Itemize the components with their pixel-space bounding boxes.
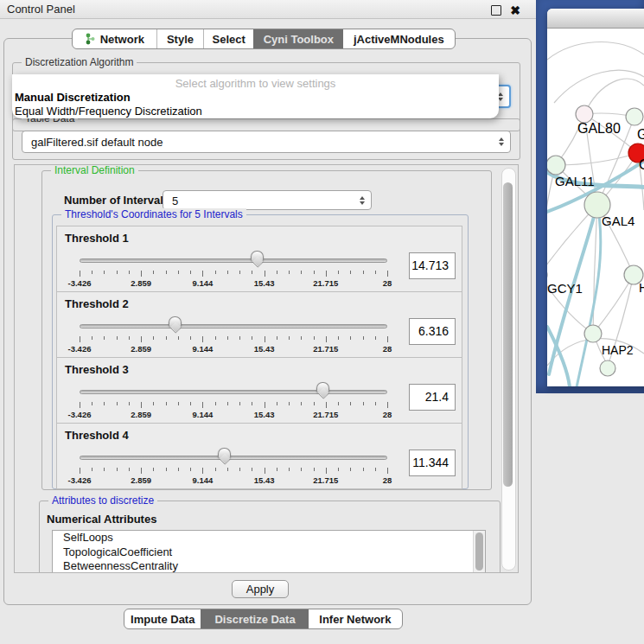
slider-ticks: [80, 402, 387, 409]
slider-ticks: [80, 271, 387, 277]
tab-discretize-data[interactable]: Discretize Data: [201, 609, 308, 628]
thresholds-coordinates-group: Threshold's Coordinates for 5 Intervals …: [52, 214, 469, 489]
tick-label: -3.426: [68, 278, 92, 288]
apply-button[interactable]: Apply: [232, 580, 289, 598]
tab-style-label: Style: [167, 33, 194, 46]
number-of-intervals-value: 5: [172, 194, 178, 207]
numerical-attributes-heading: Numerical Attributes: [47, 513, 156, 526]
slider-ticks: [80, 336, 387, 343]
threshold-3-value-field[interactable]: 21.4: [409, 384, 456, 411]
threshold-4-slider[interactable]: -3.4262.8599.14415.4321.71528: [80, 448, 387, 486]
slider-thumb[interactable]: [251, 251, 264, 261]
node-gal11[interactable]: [547, 156, 565, 175]
tick-label: 28: [383, 344, 392, 354]
threshold-2-value-field[interactable]: 6.316: [409, 318, 456, 345]
dropdown-placeholder-option[interactable]: Select algorithm to view settings: [12, 77, 499, 90]
network-graph: GAL80 G C GAL11 GAL4 GCY1 H HAP2: [547, 29, 644, 386]
label-gcy1: GCY1: [547, 281, 583, 296]
tab-jactivemnodules-label: jActiveMNodules: [354, 33, 444, 46]
node-gal80[interactable]: [576, 105, 593, 123]
label-clipped-h: H: [639, 280, 644, 295]
control-panel: Control Panel ✖ Network Style Sel: [0, 0, 536, 644]
tick-label: 2.859: [131, 475, 151, 485]
attribute-item[interactable]: BetweennessCentrality: [53, 559, 485, 573]
zoom-window-icon[interactable]: [547, 13, 558, 23]
table-data-dropdown[interactable]: galFiltered.sif default node: [22, 131, 511, 153]
tab-network-label: Network: [100, 33, 144, 46]
node-hap2[interactable]: [584, 325, 602, 342]
slider-tick-labels: -3.4262.8599.14415.4321.71528: [80, 278, 387, 288]
attributes-list-scrollbar[interactable]: [473, 531, 485, 573]
slider-track[interactable]: [80, 258, 387, 263]
slider-tick-labels: -3.4262.8599.14415.4321.71528: [80, 344, 387, 354]
tab-infer-network[interactable]: Infer Network: [309, 609, 402, 628]
label-gal4: GAL4: [602, 214, 634, 228]
tab-impute-data[interactable]: Impute Data: [124, 609, 201, 628]
dropdown-option-manual-discretization[interactable]: Manual Discretization: [15, 91, 131, 104]
viewport-scrollbar[interactable]: [501, 168, 516, 571]
threshold-4-panel: Threshold 4 -3.4262.8599.14415.4321.7152…: [56, 423, 462, 489]
slider-ticks: [80, 468, 387, 475]
slider-track[interactable]: [80, 390, 387, 394]
threshold-2-panel: Threshold 2 -3.4262.8599.14415.4321.7152…: [56, 291, 462, 358]
thresholds-coordinates-group-title: Threshold's Coordinates for 5 Intervals: [61, 208, 246, 220]
tab-cyni-toolbox-label: Cyni Toolbox: [264, 33, 334, 46]
attribute-item[interactable]: TopologicalCoefficient: [53, 545, 485, 560]
slider-tick-labels: -3.4262.8599.14415.4321.71528: [80, 475, 387, 485]
label-clipped-g: G: [637, 127, 644, 142]
threshold-3-label: Threshold 3: [65, 363, 129, 376]
network-window[interactable]: GAL80 G C GAL11 GAL4 GCY1 H HAP2: [547, 9, 644, 386]
dropdown-spinner-icon: [360, 196, 365, 205]
label-clipped-c: C: [639, 157, 644, 172]
threshold-1-label: Threshold 1: [65, 232, 129, 245]
tick-label: 9.144: [193, 475, 214, 485]
tick-label: 28: [383, 475, 392, 485]
tab-network[interactable]: Network: [73, 29, 156, 48]
interval-definition-group-title: Interval Definition: [51, 164, 138, 176]
label-gal11: GAL11: [555, 174, 595, 188]
tab-discretize-data-label: Discretize Data: [214, 613, 295, 626]
network-canvas[interactable]: GAL80 G C GAL11 GAL4 GCY1 H HAP2: [547, 29, 644, 386]
table-data-selected-value: galFiltered.sif default node: [31, 136, 163, 149]
slider-thumb[interactable]: [316, 382, 329, 392]
node-bottom-partial[interactable]: [600, 360, 615, 376]
application-window: Control Panel ✖ Network Style Sel: [0, 0, 644, 644]
slider-track[interactable]: [80, 456, 387, 460]
numerical-attributes-list[interactable]: SelfLoopsTopologicalCoefficientBetweenne…: [52, 530, 486, 573]
threshold-4-value-field[interactable]: 11.344: [409, 450, 456, 476]
slider-track[interactable]: [80, 324, 387, 328]
node-top-right[interactable]: [626, 108, 643, 125]
attribute-items: SelfLoopsTopologicalCoefficientBetweenne…: [53, 531, 485, 573]
tab-jactivemnodules[interactable]: jActiveMNodules: [343, 29, 455, 48]
tab-select[interactable]: Select: [203, 29, 253, 48]
viewport-scrollbar-thumb[interactable]: [503, 182, 513, 487]
slider-thumb[interactable]: [169, 316, 182, 327]
tick-label: -3.426: [68, 344, 92, 354]
attribute-item[interactable]: SelfLoops: [53, 531, 485, 545]
tab-style[interactable]: Style: [156, 29, 204, 48]
tab-cyni-toolbox[interactable]: Cyni Toolbox: [253, 29, 343, 48]
tick-label: 15.43: [254, 410, 275, 419]
threshold-2-label: Threshold 2: [65, 297, 129, 310]
threshold-3-slider[interactable]: -3.4262.8599.14415.4321.71528: [80, 382, 387, 420]
float-window-icon[interactable]: [491, 5, 501, 16]
close-panel-icon[interactable]: ✖: [510, 1, 520, 20]
attributes-to-discretize-group: Attributes to discretize Numerical Attri…: [39, 501, 501, 573]
attributes-scrollbar-thumb[interactable]: [475, 532, 483, 571]
tick-label: 21.715: [313, 344, 338, 354]
dropdown-spinner-icon: [499, 137, 504, 146]
tick-label: 9.144: [193, 344, 214, 354]
threshold-1-slider[interactable]: -3.4262.8599.14415.4321.71528: [80, 251, 387, 289]
dropdown-option-equal-width-frequency[interactable]: Equal Width/Frequency Discretization: [15, 105, 202, 118]
threshold-2-slider[interactable]: -3.4262.8599.14415.4321.71528: [80, 316, 387, 354]
number-of-intervals-dropdown[interactable]: 5: [163, 190, 372, 210]
control-panel-titlebar: Control Panel ✖: [0, 0, 536, 19]
attributes-group-title: Attributes to discretize: [48, 494, 157, 507]
slider-thumb[interactable]: [218, 448, 231, 458]
tick-label: 28: [383, 410, 392, 419]
close-window-icon[interactable]: [557, 13, 567, 23]
tick-label: 28: [383, 278, 392, 288]
threshold-1-value-field[interactable]: 14.713: [409, 252, 456, 279]
network-tab-icon: [85, 33, 96, 45]
tick-label: -3.426: [68, 410, 92, 419]
